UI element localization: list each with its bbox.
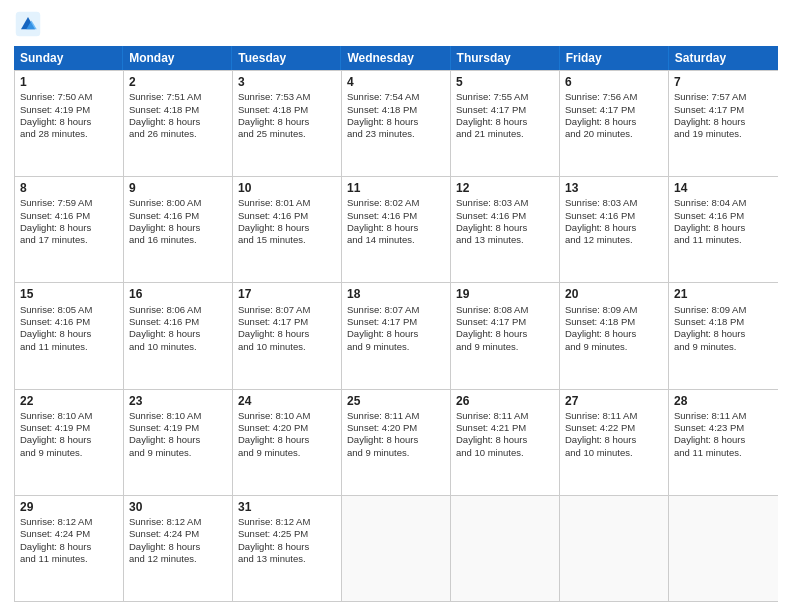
calendar-cell: 19Sunrise: 8:08 AM Sunset: 4:17 PM Dayli…	[451, 283, 560, 388]
calendar-header-cell: Thursday	[451, 46, 560, 70]
cell-info: Sunrise: 8:03 AM Sunset: 4:16 PM Dayligh…	[565, 197, 663, 246]
day-number: 26	[456, 393, 554, 409]
day-number: 22	[20, 393, 118, 409]
calendar-week: 8Sunrise: 7:59 AM Sunset: 4:16 PM Daylig…	[15, 176, 778, 282]
cell-info: Sunrise: 8:09 AM Sunset: 4:18 PM Dayligh…	[565, 304, 663, 353]
calendar-cell: 30Sunrise: 8:12 AM Sunset: 4:24 PM Dayli…	[124, 496, 233, 601]
cell-info: Sunrise: 8:01 AM Sunset: 4:16 PM Dayligh…	[238, 197, 336, 246]
cell-info: Sunrise: 8:11 AM Sunset: 4:23 PM Dayligh…	[674, 410, 773, 459]
day-number: 21	[674, 286, 773, 302]
calendar-cell: 20Sunrise: 8:09 AM Sunset: 4:18 PM Dayli…	[560, 283, 669, 388]
day-number: 20	[565, 286, 663, 302]
calendar-header-cell: Friday	[560, 46, 669, 70]
day-number: 10	[238, 180, 336, 196]
cell-info: Sunrise: 7:56 AM Sunset: 4:17 PM Dayligh…	[565, 91, 663, 140]
calendar-cell: 22Sunrise: 8:10 AM Sunset: 4:19 PM Dayli…	[15, 390, 124, 495]
page: SundayMondayTuesdayWednesdayThursdayFrid…	[0, 0, 792, 612]
calendar-cell: 4Sunrise: 7:54 AM Sunset: 4:18 PM Daylig…	[342, 71, 451, 176]
day-number: 25	[347, 393, 445, 409]
calendar-cell: 13Sunrise: 8:03 AM Sunset: 4:16 PM Dayli…	[560, 177, 669, 282]
day-number: 24	[238, 393, 336, 409]
day-number: 9	[129, 180, 227, 196]
calendar-cell: 5Sunrise: 7:55 AM Sunset: 4:17 PM Daylig…	[451, 71, 560, 176]
day-number: 27	[565, 393, 663, 409]
calendar-cell: 15Sunrise: 8:05 AM Sunset: 4:16 PM Dayli…	[15, 283, 124, 388]
day-number: 7	[674, 74, 773, 90]
calendar: SundayMondayTuesdayWednesdayThursdayFrid…	[14, 46, 778, 602]
calendar-cell: 31Sunrise: 8:12 AM Sunset: 4:25 PM Dayli…	[233, 496, 342, 601]
cell-info: Sunrise: 8:12 AM Sunset: 4:24 PM Dayligh…	[20, 516, 118, 565]
day-number: 8	[20, 180, 118, 196]
calendar-cell	[560, 496, 669, 601]
calendar-cell	[669, 496, 778, 601]
day-number: 16	[129, 286, 227, 302]
cell-info: Sunrise: 8:02 AM Sunset: 4:16 PM Dayligh…	[347, 197, 445, 246]
calendar-header-row: SundayMondayTuesdayWednesdayThursdayFrid…	[14, 46, 778, 70]
day-number: 2	[129, 74, 227, 90]
cell-info: Sunrise: 7:55 AM Sunset: 4:17 PM Dayligh…	[456, 91, 554, 140]
calendar-cell: 29Sunrise: 8:12 AM Sunset: 4:24 PM Dayli…	[15, 496, 124, 601]
calendar-header-cell: Tuesday	[232, 46, 341, 70]
day-number: 29	[20, 499, 118, 515]
day-number: 1	[20, 74, 118, 90]
calendar-cell: 21Sunrise: 8:09 AM Sunset: 4:18 PM Dayli…	[669, 283, 778, 388]
calendar-cell: 25Sunrise: 8:11 AM Sunset: 4:20 PM Dayli…	[342, 390, 451, 495]
day-number: 28	[674, 393, 773, 409]
day-number: 23	[129, 393, 227, 409]
calendar-cell: 3Sunrise: 7:53 AM Sunset: 4:18 PM Daylig…	[233, 71, 342, 176]
calendar-cell: 12Sunrise: 8:03 AM Sunset: 4:16 PM Dayli…	[451, 177, 560, 282]
cell-info: Sunrise: 8:07 AM Sunset: 4:17 PM Dayligh…	[347, 304, 445, 353]
calendar-week: 15Sunrise: 8:05 AM Sunset: 4:16 PM Dayli…	[15, 282, 778, 388]
cell-info: Sunrise: 8:12 AM Sunset: 4:25 PM Dayligh…	[238, 516, 336, 565]
calendar-cell: 16Sunrise: 8:06 AM Sunset: 4:16 PM Dayli…	[124, 283, 233, 388]
day-number: 14	[674, 180, 773, 196]
cell-info: Sunrise: 8:10 AM Sunset: 4:20 PM Dayligh…	[238, 410, 336, 459]
calendar-header-cell: Monday	[123, 46, 232, 70]
header	[14, 10, 778, 38]
calendar-cell: 14Sunrise: 8:04 AM Sunset: 4:16 PM Dayli…	[669, 177, 778, 282]
cell-info: Sunrise: 7:50 AM Sunset: 4:19 PM Dayligh…	[20, 91, 118, 140]
calendar-header-cell: Sunday	[14, 46, 123, 70]
logo-icon	[14, 10, 42, 38]
cell-info: Sunrise: 8:11 AM Sunset: 4:21 PM Dayligh…	[456, 410, 554, 459]
calendar-body: 1Sunrise: 7:50 AM Sunset: 4:19 PM Daylig…	[14, 70, 778, 602]
cell-info: Sunrise: 7:54 AM Sunset: 4:18 PM Dayligh…	[347, 91, 445, 140]
calendar-cell: 28Sunrise: 8:11 AM Sunset: 4:23 PM Dayli…	[669, 390, 778, 495]
calendar-cell: 10Sunrise: 8:01 AM Sunset: 4:16 PM Dayli…	[233, 177, 342, 282]
calendar-header-cell: Saturday	[669, 46, 778, 70]
cell-info: Sunrise: 8:10 AM Sunset: 4:19 PM Dayligh…	[20, 410, 118, 459]
calendar-cell: 9Sunrise: 8:00 AM Sunset: 4:16 PM Daylig…	[124, 177, 233, 282]
day-number: 3	[238, 74, 336, 90]
cell-info: Sunrise: 8:11 AM Sunset: 4:20 PM Dayligh…	[347, 410, 445, 459]
day-number: 6	[565, 74, 663, 90]
calendar-cell: 24Sunrise: 8:10 AM Sunset: 4:20 PM Dayli…	[233, 390, 342, 495]
cell-info: Sunrise: 8:08 AM Sunset: 4:17 PM Dayligh…	[456, 304, 554, 353]
cell-info: Sunrise: 8:00 AM Sunset: 4:16 PM Dayligh…	[129, 197, 227, 246]
cell-info: Sunrise: 8:06 AM Sunset: 4:16 PM Dayligh…	[129, 304, 227, 353]
day-number: 17	[238, 286, 336, 302]
day-number: 4	[347, 74, 445, 90]
calendar-cell	[342, 496, 451, 601]
cell-info: Sunrise: 7:53 AM Sunset: 4:18 PM Dayligh…	[238, 91, 336, 140]
calendar-header-cell: Wednesday	[341, 46, 450, 70]
logo	[14, 10, 46, 38]
day-number: 15	[20, 286, 118, 302]
day-number: 12	[456, 180, 554, 196]
day-number: 31	[238, 499, 336, 515]
cell-info: Sunrise: 7:51 AM Sunset: 4:18 PM Dayligh…	[129, 91, 227, 140]
calendar-cell: 23Sunrise: 8:10 AM Sunset: 4:19 PM Dayli…	[124, 390, 233, 495]
day-number: 30	[129, 499, 227, 515]
day-number: 18	[347, 286, 445, 302]
day-number: 11	[347, 180, 445, 196]
calendar-cell	[451, 496, 560, 601]
calendar-cell: 27Sunrise: 8:11 AM Sunset: 4:22 PM Dayli…	[560, 390, 669, 495]
day-number: 5	[456, 74, 554, 90]
cell-info: Sunrise: 7:57 AM Sunset: 4:17 PM Dayligh…	[674, 91, 773, 140]
cell-info: Sunrise: 8:12 AM Sunset: 4:24 PM Dayligh…	[129, 516, 227, 565]
cell-info: Sunrise: 8:07 AM Sunset: 4:17 PM Dayligh…	[238, 304, 336, 353]
calendar-cell: 26Sunrise: 8:11 AM Sunset: 4:21 PM Dayli…	[451, 390, 560, 495]
day-number: 19	[456, 286, 554, 302]
calendar-week: 22Sunrise: 8:10 AM Sunset: 4:19 PM Dayli…	[15, 389, 778, 495]
calendar-week: 29Sunrise: 8:12 AM Sunset: 4:24 PM Dayli…	[15, 495, 778, 601]
day-number: 13	[565, 180, 663, 196]
